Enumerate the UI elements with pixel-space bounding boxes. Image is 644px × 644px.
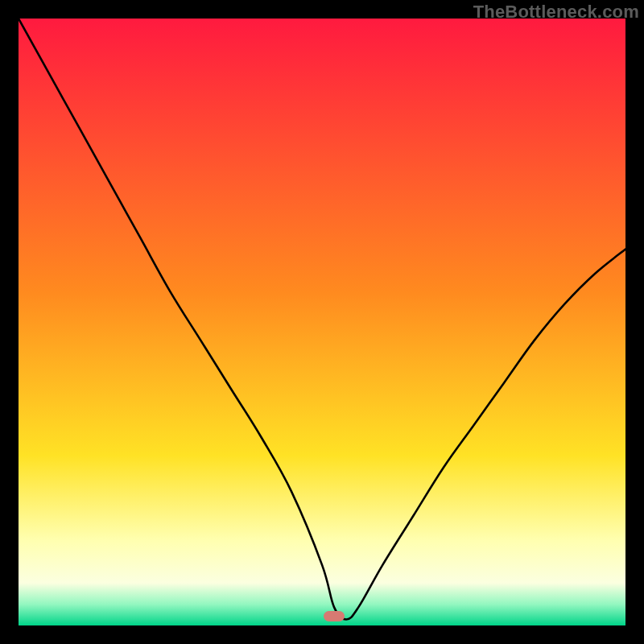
chart-curve bbox=[19, 19, 625, 625]
chart-plot-area bbox=[19, 19, 625, 625]
chart-frame: TheBottleneck.com bbox=[0, 0, 644, 644]
chart-optimum-marker bbox=[324, 611, 345, 621]
watermark-text: TheBottleneck.com bbox=[473, 2, 639, 23]
